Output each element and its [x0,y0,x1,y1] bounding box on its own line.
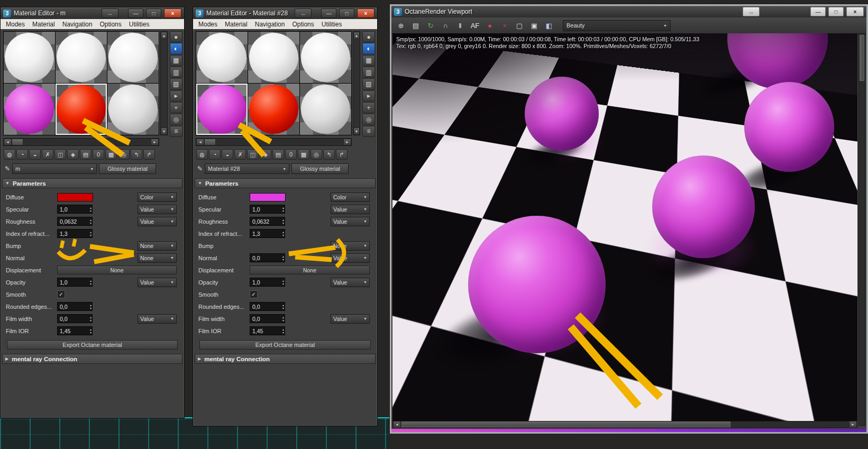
stepper-down-icon[interactable]: ▾ [90,282,92,286]
scroll-right-icon[interactable]: ► [849,421,857,428]
material-sample-white[interactable] [248,32,299,83]
diffuse-color-swatch[interactable] [57,193,93,201]
material-name-dropdown[interactable]: Material #28 ▼ [205,163,289,174]
video-color-check-icon[interactable]: ▧ [362,78,375,89]
select-by-material-icon[interactable]: ◎ [362,114,375,125]
material-ball-icon[interactable]: ● [485,20,495,31]
show-end-result-icon[interactable]: ◎ [118,149,130,160]
show-shaded-material-in-viewport-icon[interactable]: ▩ [298,149,309,160]
minimize-button[interactable]: — [810,7,826,16]
menu-modes[interactable]: Modes [2,21,29,28]
spinner-stepper[interactable]: ▴▾ [90,328,92,334]
put-to-library-icon[interactable]: ▤ [80,149,92,160]
camera-export-icon[interactable]: ▣ [529,20,540,31]
stepper-down-icon[interactable]: ▾ [90,234,92,237]
value-spinner[interactable]: 1,0▴▾ [57,205,93,214]
expand-button[interactable]: ↔ [743,7,760,16]
make-preview-icon[interactable]: ▸ [170,90,182,102]
param-type-dropdown[interactable]: None▼ [331,241,370,251]
scroll-left-icon[interactable]: ◄ [196,139,204,145]
scroll-down-icon[interactable]: ▼ [161,127,167,135]
parameters-rollout-header[interactable]: ▼ Parameters [195,178,376,188]
go-to-parent-icon[interactable]: ↰ [323,149,335,160]
restart-render-icon[interactable]: ↻ [425,20,436,31]
material-map-navigator-icon[interactable]: ≡ [170,126,182,137]
assign-material-to-selection-icon[interactable]: ◒ [29,149,41,160]
mental-ray-rollout-header[interactable]: ▶ mental ray Connection [2,354,182,364]
parameters-rollout-header[interactable]: ▼ Parameters [2,178,182,188]
menu-options[interactable]: Options [288,21,317,28]
value-spinner[interactable]: 0,0▴▾ [250,314,285,323]
video-color-check-icon[interactable]: ▧ [170,78,182,89]
spinner-stepper[interactable]: ▴▾ [282,279,284,286]
spinner-stepper[interactable]: ▴▾ [282,255,284,261]
material-sample-white[interactable] [4,32,55,83]
value-spinner[interactable]: 1,45▴▾ [250,326,285,335]
make-unique-icon[interactable]: ◈ [260,149,271,160]
make-material-copy-icon[interactable]: ◫ [247,149,259,160]
menu-navigation[interactable]: Navigation [251,21,289,28]
text-overlay-icon[interactable]: AF [470,20,480,31]
scroll-right-icon[interactable]: ► [151,139,159,145]
param-type-dropdown[interactable]: Color▼ [138,193,177,202]
close-button[interactable]: × [846,7,864,16]
param-type-dropdown[interactable]: None▼ [138,253,177,263]
select-by-material-icon[interactable]: ◎ [170,114,182,125]
param-type-dropdown[interactable]: Value▼ [331,205,370,214]
material-sample-gray[interactable] [300,84,351,135]
scroll-up-icon[interactable]: ▲ [353,32,360,39]
param-type-dropdown[interactable]: Value▼ [138,278,177,287]
scroll-down-icon[interactable]: ▼ [353,127,360,135]
material-sample-red[interactable] [248,84,299,135]
options-icon[interactable]: + [362,102,375,113]
pick-material-icon[interactable]: ⊕ [396,20,406,31]
spinner-stepper[interactable]: ▴▾ [282,316,284,322]
stepper-down-icon[interactable]: ▾ [282,307,284,310]
background-icon[interactable]: ▦ [362,55,375,66]
maximize-button[interactable]: □ [146,8,161,18]
minimize-button[interactable]: — [128,8,143,18]
smooth-checkbox[interactable]: ✓ [250,290,258,298]
backlight-icon[interactable]: ◐ [362,43,375,54]
backlight-icon[interactable]: ◐ [170,43,182,54]
export-octane-material-button[interactable]: Export Octane material [199,340,371,350]
stepper-down-icon[interactable]: ▾ [282,234,284,237]
assign-material-to-selection-icon[interactable]: ◒ [222,149,233,160]
stepper-down-icon[interactable]: ▾ [90,222,92,225]
spinner-stepper[interactable]: ▴▾ [282,206,284,213]
maximize-button[interactable]: □ [828,7,844,16]
scroll-up-icon[interactable]: ▲ [161,32,167,39]
sample-uv-tiling-icon[interactable]: ▥ [362,67,375,78]
expand-button[interactable]: ↔ [295,8,312,18]
pause-icon[interactable]: ‖ [455,20,465,31]
lock-icon[interactable]: ∩ [440,20,451,31]
make-material-copy-icon[interactable]: ◫ [54,149,66,160]
material-sample-white[interactable] [56,32,107,83]
scroll-track[interactable] [161,39,167,127]
export-octane-material-button[interactable]: Export Octane material [7,340,178,350]
put-to-library-icon[interactable]: ▤ [272,149,284,160]
material-map-navigator-icon[interactable]: ≡ [362,126,375,137]
spinner-stepper[interactable]: ▴▾ [282,328,284,334]
scrollbar-thumb[interactable] [12,139,23,145]
value-spinner[interactable]: 1,0▴▾ [57,278,93,287]
material-name-dropdown[interactable]: m ▼ [12,163,97,174]
value-spinner[interactable]: 0,0▴▾ [57,314,93,323]
stepper-down-icon[interactable]: ▾ [90,319,92,322]
value-spinner[interactable]: 1,3▴▾ [57,229,93,238]
spinner-stepper[interactable]: ▴▾ [90,206,92,213]
options-icon[interactable]: + [170,102,182,113]
make-unique-icon[interactable]: ◈ [67,149,79,160]
get-material-icon[interactable]: ◍ [196,149,208,160]
put-material-to-scene-icon[interactable]: ◔ [16,149,28,160]
smooth-checkbox[interactable]: ✓ [57,290,65,298]
show-shaded-material-in-viewport-icon[interactable]: ▩ [105,149,117,160]
viewport-horizontal-scrollbar[interactable]: ◄ ► [392,421,857,428]
stepper-down-icon[interactable]: ▾ [282,258,284,261]
stepper-down-icon[interactable]: ▾ [282,331,284,334]
window-titlebar[interactable]: 3 Material Editor - Material #28 ↔ — □ × [193,7,377,19]
menu-modes[interactable]: Modes [195,21,221,28]
param-type-dropdown[interactable]: Value▼ [138,314,177,324]
value-spinner[interactable]: 1,45▴▾ [57,326,93,335]
material-id-channel-icon[interactable]: 0 [93,149,104,160]
